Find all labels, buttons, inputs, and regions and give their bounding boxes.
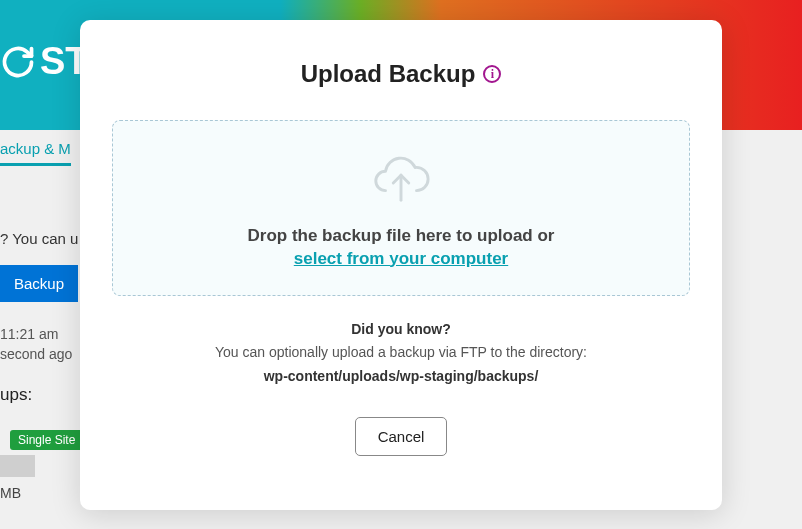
file-dropzone[interactable]: Drop the backup file here to upload or s… bbox=[112, 120, 690, 296]
backup-button[interactable]: Backup bbox=[0, 265, 78, 302]
bg-placeholder bbox=[0, 455, 35, 477]
timestamp: 11:21 am second ago bbox=[0, 325, 72, 364]
tip-block: Did you know? You can optionally upload … bbox=[215, 318, 587, 389]
bg-text: ? You can u bbox=[0, 230, 78, 247]
drop-text: Drop the backup file here to upload or bbox=[133, 223, 669, 249]
single-site-badge: Single Site bbox=[10, 430, 83, 450]
backups-label: ups: bbox=[0, 385, 32, 405]
modal-title-row: Upload Backup i bbox=[301, 60, 502, 88]
cancel-button[interactable]: Cancel bbox=[355, 417, 448, 456]
modal-title: Upload Backup bbox=[301, 60, 476, 88]
upload-backup-modal: Upload Backup i Drop the backup file her… bbox=[80, 20, 722, 510]
size-label: MB bbox=[0, 485, 21, 501]
tip-text: You can optionally upload a backup via F… bbox=[215, 341, 587, 365]
info-icon[interactable]: i bbox=[483, 65, 501, 83]
tip-title: Did you know? bbox=[215, 318, 587, 342]
select-from-computer-link[interactable]: select from your computer bbox=[294, 249, 508, 268]
tip-path: wp-content/uploads/wp-staging/backups/ bbox=[215, 365, 587, 389]
refresh-icon bbox=[0, 44, 36, 80]
cloud-upload-icon bbox=[370, 151, 432, 209]
tab-backup-migration[interactable]: ackup & M bbox=[0, 140, 71, 166]
